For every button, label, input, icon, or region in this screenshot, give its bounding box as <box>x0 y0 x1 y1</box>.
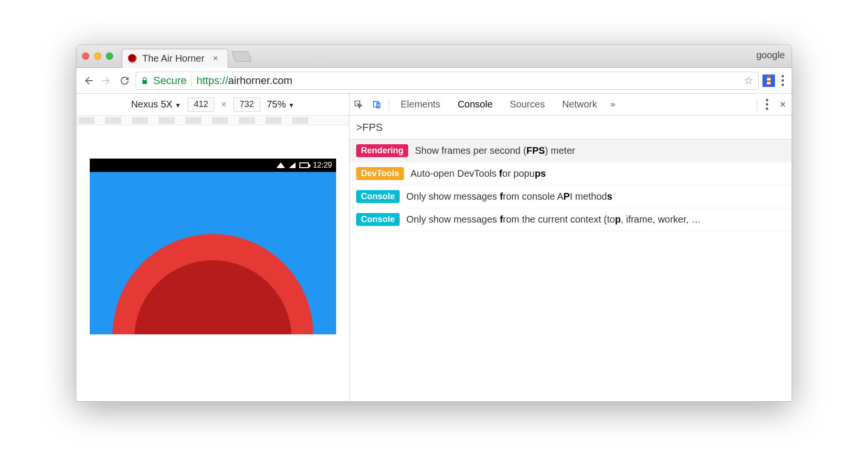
command-menu-item[interactable]: ConsoleOnly show messages from console A… <box>349 185 792 208</box>
zoom-window-button[interactable] <box>106 53 113 60</box>
devtools-tab-bar: Elements Console Sources Network » × <box>349 94 792 116</box>
tab-console[interactable]: Console <box>449 94 501 115</box>
window-controls <box>82 53 113 60</box>
tab-close-button[interactable]: × <box>210 53 221 64</box>
browser-menu-button[interactable] <box>779 75 787 86</box>
command-label: Only show messages from console API meth… <box>406 191 612 202</box>
battery-icon <box>299 162 309 168</box>
url-text: https://airhorner.com <box>197 75 293 87</box>
command-menu-item[interactable]: RenderingShow frames per second (FPS) me… <box>349 139 792 162</box>
command-category-badge: Rendering <box>356 144 408 157</box>
lighthouse-extension-icon[interactable] <box>762 75 775 87</box>
command-menu-input[interactable]: >FPS <box>349 116 792 139</box>
command-menu-item[interactable]: DevToolsAuto-open DevTools for popups <box>349 162 792 185</box>
devtools-separator <box>757 98 757 111</box>
tabs-overflow-button[interactable]: » <box>606 99 620 109</box>
command-label: Show frames per second (FPS) meter <box>415 145 575 156</box>
command-category-badge: DevTools <box>356 167 404 180</box>
devtools-pane: Elements Console Sources Network » × >FP… <box>349 94 792 401</box>
viewport-ruler <box>76 116 349 125</box>
browser-tab[interactable]: The Air Horner × <box>122 49 228 68</box>
reload-button[interactable] <box>117 74 132 88</box>
close-window-button[interactable] <box>82 53 89 60</box>
profile-label[interactable]: google <box>756 50 785 61</box>
minimize-window-button[interactable] <box>94 53 101 60</box>
command-menu-list: RenderingShow frames per second (FPS) me… <box>349 139 792 231</box>
emulated-device: 12:29 <box>90 159 336 401</box>
status-time: 12:29 <box>313 161 332 170</box>
secure-label: Secure <box>153 75 187 87</box>
page-content[interactable] <box>90 172 336 334</box>
device-viewport: 12:29 <box>76 125 349 401</box>
bookmark-star-icon[interactable]: ☆ <box>744 75 753 87</box>
command-category-badge: Console <box>356 213 400 226</box>
tab-network[interactable]: Network <box>553 94 605 115</box>
device-select[interactable]: Nexus 5X▼ <box>131 99 181 110</box>
cell-signal-icon <box>289 162 296 168</box>
omnibox[interactable]: Secure https://airhorner.com ☆ <box>136 72 759 90</box>
devtools-close-button[interactable]: × <box>774 98 792 111</box>
command-menu: >FPS RenderingShow frames per second (FP… <box>349 116 792 401</box>
dimension-separator: × <box>221 99 227 110</box>
content-split: Nexus 5X▼ × 75%▼ 12:29 <box>76 94 792 401</box>
omnibox-divider <box>191 75 192 86</box>
tab-sources[interactable]: Sources <box>501 94 553 115</box>
browser-window: The Air Horner × google Secure https://a… <box>76 44 792 402</box>
device-mode-pane: Nexus 5X▼ × 75%▼ 12:29 <box>76 94 349 401</box>
lock-icon <box>141 76 148 85</box>
new-tab-button[interactable] <box>231 51 252 62</box>
viewport-height-input[interactable] <box>233 97 260 112</box>
devtools-menu-button[interactable] <box>760 99 774 110</box>
url-toolbar: Secure https://airhorner.com ☆ <box>76 68 792 94</box>
command-label: Only show messages from the current cont… <box>406 214 701 225</box>
inspect-element-icon[interactable] <box>349 100 368 109</box>
forward-button[interactable] <box>99 74 114 88</box>
zoom-select[interactable]: 75%▼ <box>267 99 295 110</box>
command-category-badge: Console <box>356 190 400 203</box>
favicon-icon <box>128 54 137 63</box>
device-status-bar: 12:29 <box>90 159 336 172</box>
tab-elements[interactable]: Elements <box>392 94 449 115</box>
toggle-device-toolbar-icon[interactable] <box>368 100 386 109</box>
device-toolbar: Nexus 5X▼ × 75%▼ <box>76 94 349 116</box>
wifi-icon <box>276 162 285 168</box>
viewport-width-input[interactable] <box>188 97 214 112</box>
command-menu-item[interactable]: ConsoleOnly show messages from the curre… <box>349 208 792 231</box>
tab-title: The Air Horner <box>142 53 204 64</box>
command-label: Auto-open DevTools for popups <box>411 168 546 179</box>
titlebar: The Air Horner × google <box>76 45 792 68</box>
devtools-separator <box>389 98 389 111</box>
back-button[interactable] <box>81 74 95 88</box>
